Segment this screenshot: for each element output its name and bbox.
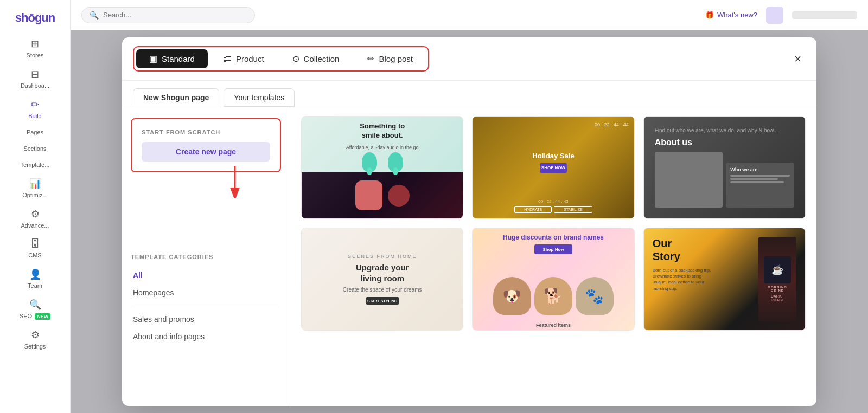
whats-new-button[interactable]: 🎁 What's new?	[705, 11, 757, 19]
modal-content: New Shogun page Your templates START FRO…	[122, 81, 816, 406]
sidebar-item-sections[interactable]: Sections	[4, 141, 66, 156]
header-right: 🎁 What's new?	[705, 7, 857, 24]
sidebar-item-templates[interactable]: Template...	[4, 157, 66, 172]
sidebar-item-label: Settings	[24, 343, 46, 350]
template-card-living[interactable]: SCENES FROM HOME Upgrade yourliving room…	[301, 228, 463, 331]
who-we-are: Who we are	[730, 167, 790, 172]
subtab-new-shogun[interactable]: New Shogun page	[133, 88, 219, 107]
card-about-title: About us	[655, 138, 692, 147]
template-card-earbuds[interactable]: Something tosmile about. Affordable, all…	[301, 116, 463, 219]
card-pets-title: Huge discounts on brand names	[503, 234, 604, 241]
sidebar-item-seo[interactable]: 🔍 SEO NEW	[4, 294, 66, 324]
standard-icon: ▣	[149, 54, 157, 64]
cms-icon: 🗄	[30, 238, 40, 250]
sidebar-item-label: Team	[28, 282, 42, 289]
sidebar-item-pages[interactable]: Pages	[4, 125, 66, 140]
sidebar-item-team[interactable]: 👤 Team	[4, 264, 66, 293]
card-story-sub: Born out of a backpacking trip,Brewmate …	[653, 267, 758, 292]
subtab-your-templates[interactable]: Your templates	[224, 88, 295, 107]
sidebar-item-stores[interactable]: ⊞ Stores	[4, 34, 66, 63]
search-input[interactable]	[103, 11, 247, 19]
product-icon: 🏷	[223, 54, 232, 64]
logo: shōgun	[0, 7, 70, 34]
card-living-btn: START STYLING	[367, 299, 397, 303]
category-sales[interactable]: Sales and promos	[131, 311, 281, 328]
sidebar-item-label: Template...	[21, 162, 50, 168]
team-icon: 👤	[29, 268, 41, 280]
sidebar-item-build[interactable]: ✏ Build	[4, 94, 66, 124]
template-card-travel[interactable]: 00 : 22 : 44 : 44 Holiday Sale SHOP NOW	[472, 116, 634, 219]
blog-icon: ✏	[367, 54, 374, 64]
tab-blog-label: Blog post	[379, 54, 413, 63]
sidebar-item-dashboard[interactable]: ⊟ Dashboa...	[4, 64, 66, 93]
sidebar-item-label: CMS	[28, 252, 41, 259]
sidebar-item-label: Dashboa...	[21, 82, 49, 89]
right-panel: Something tosmile about. Affordable, all…	[290, 107, 816, 406]
modal-subtab-body: START FROM SCRATCH Create new page	[122, 107, 816, 406]
header: 🔍 🎁 What's new?	[71, 0, 868, 30]
sidebar-item-label: Sections	[23, 145, 46, 152]
card-timer: 00 : 22 : 44 : 44	[478, 122, 628, 127]
sidebar-item-label: Build	[28, 113, 41, 119]
category-homepages[interactable]: Homepages	[131, 284, 281, 301]
left-panel: START FROM SCRATCH Create new page	[122, 107, 290, 406]
categories-section: TEMPLATE CATEGORIES All Homepages Sales …	[131, 254, 281, 345]
card-travel-sub: 00 : 22 : 44 : 43	[538, 199, 569, 204]
tab-blog-post[interactable]: ✏ Blog post	[354, 49, 426, 68]
category-about[interactable]: About and info pages	[131, 328, 281, 345]
scratch-box: START FROM SCRATCH Create new page	[131, 118, 281, 172]
card-living-title: Upgrade yourliving room	[343, 262, 422, 283]
template-grid: Something tosmile about. Affordable, all…	[301, 116, 806, 331]
card-pets-btn: Shop Now	[542, 247, 564, 252]
whats-new-label: What's new?	[717, 11, 757, 19]
sidebar-item-label: SEO NEW	[20, 313, 50, 319]
sidebar-item-label: Pages	[27, 129, 43, 135]
scratch-label: START FROM SCRATCH	[142, 129, 270, 135]
hydrate-label: — HYDRATE —	[514, 206, 552, 213]
sidebar-nav: ⊞ Stores ⊟ Dashboa... ✏ Build Pages Sect…	[0, 34, 70, 354]
modal-close-button[interactable]: ×	[790, 50, 806, 68]
tab-product[interactable]: 🏷 Product	[210, 49, 277, 68]
sidebar-item-cms[interactable]: 🗄 CMS	[4, 234, 66, 263]
card-travel-title: Holiday Sale	[532, 152, 574, 160]
card-living-pre: SCENES FROM HOME	[343, 254, 422, 259]
main-content: ▣ Standard 🏷 Product ⊙ Collection ✏ Blog…	[71, 30, 868, 413]
search-icon: 🔍	[90, 11, 99, 20]
card-earbuds-sub: Affordable, all-day audio in the go	[346, 145, 419, 150]
card-story-title: OurStory	[653, 237, 758, 263]
category-divider	[131, 306, 281, 306]
tab-standard-label: Standard	[162, 54, 195, 63]
create-new-page-button[interactable]: Create new page	[142, 142, 270, 162]
dashboard-icon: ⊟	[31, 68, 39, 80]
tab-collection[interactable]: ⊙ Collection	[279, 49, 353, 68]
template-card-story[interactable]: OurStory Born out of a backpacking trip,…	[643, 228, 806, 331]
gift-icon: 🎁	[705, 11, 714, 19]
sidebar-item-optimize[interactable]: 📊 Optimiz...	[4, 173, 66, 203]
page-type-tabs: ▣ Standard 🏷 Product ⊙ Collection ✏ Blog…	[133, 46, 429, 72]
search-bar[interactable]: 🔍	[81, 7, 255, 23]
subtabs-row: New Shogun page Your templates	[122, 81, 816, 107]
tab-product-label: Product	[236, 54, 264, 63]
stabilize-label: — STABILIZE —	[554, 206, 592, 213]
tab-collection-label: Collection	[304, 54, 340, 63]
sidebar-item-label: Optimiz...	[22, 192, 47, 198]
sidebar-item-settings[interactable]: ⚙ Settings	[4, 325, 66, 354]
settings-icon: ⚙	[31, 329, 40, 341]
card-story-brand: MORNINGGRIND	[768, 286, 787, 292]
stores-icon: ⊞	[31, 38, 39, 50]
modal-header: ▣ Standard 🏷 Product ⊙ Collection ✏ Blog…	[122, 37, 816, 81]
template-card-pets[interactable]: Huge discounts on brand names Shop Now 🐶	[472, 228, 634, 331]
advanced-icon: ⚙	[31, 208, 40, 220]
optimize-icon: 📊	[29, 178, 41, 190]
user-name-placeholder	[792, 11, 857, 19]
card-about-pre: Find out who we are, what we do, and why…	[655, 127, 778, 133]
new-badge: NEW	[35, 313, 50, 320]
categories-label: TEMPLATE CATEGORIES	[131, 254, 281, 260]
sidebar-item-label: Advance...	[21, 222, 49, 229]
card-travel-btn: SHOP NOW	[541, 165, 565, 170]
tab-standard[interactable]: ▣ Standard	[136, 49, 208, 68]
category-all[interactable]: All	[131, 267, 281, 284]
template-card-about[interactable]: Find out who we are, what we do, and why…	[643, 116, 806, 219]
sidebar-item-advanced[interactable]: ⚙ Advance...	[4, 204, 66, 233]
card-earbuds-text: Something tosmile about.	[353, 118, 411, 145]
